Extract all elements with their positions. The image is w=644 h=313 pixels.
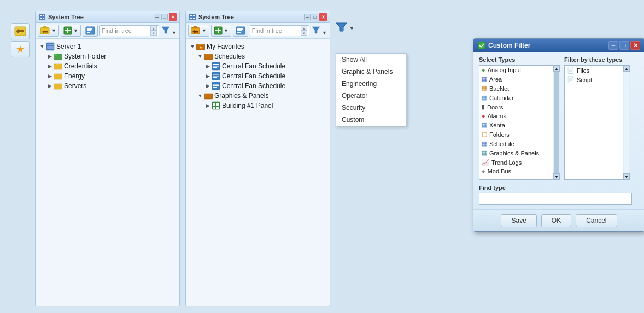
- menu-custom[interactable]: Custom: [336, 114, 406, 126]
- list-item-calendar[interactable]: ▦ Calendar: [479, 93, 559, 102]
- svg-rect-55: [213, 74, 219, 75]
- credentials-expander[interactable]: ▶: [46, 62, 54, 70]
- dialog-close-btn[interactable]: ✕: [630, 41, 640, 50]
- building-panel-item[interactable]: ▶ Building #1 Panel: [203, 101, 328, 111]
- building-expander[interactable]: ▶: [204, 102, 212, 109]
- energy-expander[interactable]: ▶: [46, 72, 54, 80]
- tree-panel-2: System Tree ─ □ ✕ ▼: [185, 11, 330, 306]
- scroll-up-2[interactable]: ▲: [623, 65, 630, 72]
- select-types-listbox[interactable]: ● Analog Input ▦ Area ▦ BacNet: [479, 65, 560, 180]
- tree-favorites-item[interactable]: ▼ ★ My Favorites: [188, 42, 328, 51]
- schedule-2-expander[interactable]: ▶: [204, 72, 212, 80]
- svg-rect-4: [40, 15, 42, 16]
- scroll-down-1[interactable]: ▼: [553, 173, 560, 180]
- list-item-script[interactable]: 📄 Script: [565, 75, 629, 84]
- config-btn-2[interactable]: [233, 25, 248, 37]
- schedule-1-expander[interactable]: ▶: [204, 62, 212, 70]
- tree-float-btn-2[interactable]: □: [312, 14, 318, 20]
- scroll-up-1[interactable]: ▲: [553, 65, 560, 72]
- dialog-title-area: Custom Filter: [478, 42, 530, 49]
- ok-button[interactable]: OK: [541, 214, 571, 227]
- add-btn-2[interactable]: ▼: [211, 25, 231, 37]
- list-item-modbus[interactable]: ● Mod Bus: [479, 167, 559, 176]
- save-button[interactable]: Save: [501, 214, 536, 227]
- bacnet-label: BacNet: [489, 85, 509, 92]
- tree-server-item[interactable]: ▼ Server 1: [37, 42, 178, 51]
- tree-nav-btn-2[interactable]: ▼: [188, 25, 209, 37]
- server-expander[interactable]: ▼: [38, 43, 46, 50]
- search-box-2[interactable]: Find in tree ▲ ▼: [250, 25, 309, 36]
- cancel-button[interactable]: Cancel: [576, 214, 617, 227]
- schedule-3-icon: [212, 82, 220, 90]
- search-down-1[interactable]: ▼: [150, 31, 157, 36]
- tree-close-btn-1[interactable]: ✕: [169, 13, 177, 21]
- list-item-schedule[interactable]: ▦ Schedule: [479, 139, 559, 148]
- schedule-2-icon: [212, 72, 220, 80]
- list-item-xenta[interactable]: ▦ Xenta: [479, 120, 559, 130]
- system-folder-expander[interactable]: ▶: [46, 53, 54, 60]
- list-item-trend-logs[interactable]: 📈 Trend Logs: [479, 158, 559, 167]
- list-item-alarms[interactable]: ● Alarms: [479, 112, 559, 120]
- servers-label: Servers: [64, 82, 86, 90]
- scroll-down-2[interactable]: ▼: [623, 173, 630, 180]
- svg-rect-7: [43, 18, 44, 19]
- list-item-files[interactable]: 📄 Files: [565, 66, 629, 75]
- list-item-graphics-panels[interactable]: ▦ Graphics & Panels: [479, 148, 559, 158]
- tree-pin-btn-2[interactable]: ─: [304, 14, 311, 20]
- schedule-item-2[interactable]: ▶ Central Fan Schedule: [203, 71, 328, 81]
- schedule-item-3[interactable]: ▶ Central Fan Schedule: [203, 81, 328, 91]
- servers-expander[interactable]: ▶: [46, 82, 54, 90]
- search-box-1[interactable]: Find in tree ▲ ▼: [99, 25, 159, 36]
- dialog-minimize-btn[interactable]: ─: [608, 41, 618, 50]
- nav-dropdown-arrow-2: ▼: [202, 28, 207, 33]
- menu-security[interactable]: Security: [336, 102, 406, 114]
- filter-funnel-button[interactable]: [336, 22, 348, 34]
- tree-pin-btn-1[interactable]: ─: [154, 14, 160, 20]
- favorites-expander[interactable]: ▼: [189, 43, 196, 50]
- tree-title-text-2: System Tree: [198, 14, 234, 20]
- schedules-expander[interactable]: ▼: [196, 53, 204, 60]
- filter-by-listbox[interactable]: 📄 Files 📄 Script: [564, 65, 630, 180]
- list-item-folders[interactable]: ▢ Folders: [479, 130, 559, 139]
- search-placeholder-1: Find in tree: [102, 27, 149, 34]
- svg-rect-33: [193, 15, 195, 16]
- tree-float-btn-1[interactable]: □: [161, 14, 168, 20]
- filter-btn-1[interactable]: ▼: [161, 25, 177, 37]
- tree-energy[interactable]: ▶ Energy: [45, 71, 178, 81]
- tree-title-left-1: System Tree: [38, 13, 84, 21]
- tree-servers[interactable]: ▶ Servers: [45, 81, 178, 91]
- schedule-item-1[interactable]: ▶ Central Fan Schedule: [203, 61, 328, 71]
- schedule-3-expander[interactable]: ▶: [204, 82, 212, 90]
- find-type-input[interactable]: [479, 193, 632, 205]
- modbus-label: Mod Bus: [488, 168, 511, 175]
- list-item-doors[interactable]: ▮ Doors: [479, 102, 559, 112]
- svg-point-24: [52, 44, 53, 45]
- graphics-folder[interactable]: ▼ Graphics & Panels: [195, 91, 328, 101]
- dialog-maximize-btn[interactable]: □: [619, 41, 629, 50]
- search-up-2[interactable]: ▲: [301, 26, 307, 31]
- alarms-icon: ●: [482, 113, 485, 119]
- list-item-bacnet[interactable]: ▦ BacNet: [479, 84, 559, 93]
- menu-operator[interactable]: Operator: [336, 90, 406, 102]
- tree-system-folder[interactable]: ▶ System Folder: [45, 51, 178, 61]
- star-favorite-button[interactable]: ★: [11, 41, 30, 57]
- menu-show-all[interactable]: Show All: [336, 54, 406, 66]
- server-icon: [46, 42, 55, 51]
- list-item-area[interactable]: ▦ Area: [479, 74, 559, 84]
- tree-close-btn-2[interactable]: ✕: [319, 13, 327, 21]
- menu-graphic-panels[interactable]: Graphic & Panels: [336, 66, 406, 78]
- tree-nav-btn-1[interactable]: ▼: [38, 25, 59, 37]
- config-btn-1[interactable]: [83, 25, 98, 37]
- svg-rect-57: [213, 77, 217, 78]
- schedules-folder[interactable]: ▼ Schedules: [195, 51, 328, 61]
- add-btn-1[interactable]: ▼: [61, 25, 81, 37]
- list-item-analog-input[interactable]: ● Analog Input: [479, 66, 559, 74]
- tree-credentials[interactable]: ▶ Credentials: [45, 61, 178, 71]
- nav-back-button[interactable]: [11, 23, 30, 39]
- filter-btn-2[interactable]: ▼: [311, 25, 327, 37]
- search-up-1[interactable]: ▲: [150, 26, 157, 31]
- svg-rect-51: [213, 64, 219, 65]
- graphics-expander[interactable]: ▼: [196, 92, 204, 100]
- search-down-2[interactable]: ▼: [301, 31, 307, 36]
- menu-engineering[interactable]: Engineering: [336, 78, 406, 90]
